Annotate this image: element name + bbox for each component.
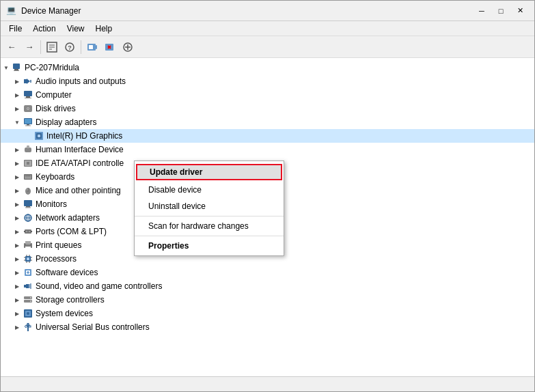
svg-rect-22 (26, 96, 30, 98)
window-icon: 💻 (6, 5, 17, 16)
svg-point-57 (26, 231, 27, 232)
tree-display[interactable]: ▼ Display adapters (1, 115, 534, 129)
print-label: Print queues (36, 240, 81, 250)
window-title: Device Manager (21, 6, 81, 16)
svg-rect-42 (25, 176, 27, 176)
ctx-sep2 (135, 236, 284, 236)
svg-rect-93 (29, 326, 31, 327)
monitors-expander[interactable]: ▶ (12, 197, 23, 211)
svg-rect-21 (24, 91, 32, 96)
tree-computer[interactable]: ▶ Computer (1, 88, 534, 102)
tree-root[interactable]: ▼ PC-207Mridula (1, 61, 534, 74)
toolbar-add-btn[interactable] (120, 39, 136, 55)
audio-icon (23, 76, 33, 87)
svg-rect-66 (27, 257, 29, 260)
svg-rect-23 (25, 98, 31, 98)
tree-hid[interactable]: ▶ Human Interface Device (1, 143, 534, 156)
tree-disk[interactable]: ▶ Disk drives (1, 102, 534, 115)
toolbar-help-btn[interactable]: ? (61, 39, 78, 55)
ctx-scan-label: Scan for hardware changes (148, 221, 249, 231)
print-icon (23, 240, 33, 251)
disk-expander[interactable]: ▶ (12, 102, 23, 115)
device-manager-window: 💻 Device Manager ─ □ ✕ File Action View … (0, 0, 535, 392)
processors-label: Processors (36, 254, 77, 264)
root-label: PC-207Mridula (25, 63, 79, 72)
ctx-disable-device[interactable]: Disable device (135, 182, 284, 198)
close-button[interactable]: ✕ (511, 4, 529, 18)
toolbar-uninstall-btn[interactable] (102, 39, 118, 55)
ports-expander[interactable]: ▶ (12, 225, 23, 238)
processors-icon (23, 253, 33, 264)
toolbar-forward-btn[interactable]: → (21, 39, 38, 55)
root-expander[interactable]: ▼ (1, 61, 12, 74)
sound-label: Sound, video and game controllers (36, 281, 162, 291)
system-label: System devices (36, 309, 93, 318)
ctx-sep1 (135, 216, 284, 216)
svg-point-58 (29, 231, 30, 232)
svg-point-85 (30, 297, 31, 298)
ctx-properties[interactable]: Properties (135, 238, 284, 254)
ctx-scan-hardware[interactable]: Scan for hardware changes (135, 218, 284, 234)
hid-icon (23, 144, 33, 155)
intel-icon (33, 130, 44, 141)
ide-expander[interactable]: ▶ (12, 156, 23, 170)
svg-rect-8 (89, 45, 93, 49)
keyboards-expander[interactable]: ▶ (12, 170, 23, 184)
toolbar-back-btn[interactable]: ← (3, 39, 20, 55)
svg-marker-80 (26, 284, 29, 288)
monitors-label: Monitors (36, 199, 67, 209)
mice-expander[interactable]: ▶ (12, 184, 23, 197)
toolbar-properties-btn[interactable] (44, 39, 60, 55)
usb-expander[interactable]: ▶ (12, 320, 23, 334)
tree-intel[interactable]: ▶ Intel(R) HD Graphics (1, 129, 534, 143)
menu-action[interactable]: Action (27, 23, 61, 35)
svg-rect-51 (25, 208, 31, 208)
storage-expander[interactable]: ▶ (12, 293, 23, 307)
processors-expander[interactable]: ▶ (12, 252, 23, 266)
menu-file[interactable]: File (3, 23, 27, 35)
tree-usb[interactable]: ▶ Universal Serial Bus controllers (1, 320, 534, 334)
svg-text:?: ? (68, 44, 72, 51)
ctx-uninstall-device[interactable]: Uninstall device (135, 198, 284, 214)
display-expander[interactable]: ▼ (12, 115, 23, 129)
print-expander[interactable]: ▶ (12, 238, 23, 252)
sound-expander[interactable]: ▶ (12, 279, 23, 293)
monitors-icon (23, 199, 33, 210)
tree-sound[interactable]: ▶ Sound, video and game controllers (1, 279, 534, 293)
menu-view[interactable]: View (61, 23, 90, 35)
disk-label: Disk drives (36, 104, 76, 113)
disk-icon (23, 103, 33, 114)
svg-rect-41 (25, 175, 31, 179)
toolbar-scan-btn[interactable] (84, 39, 100, 55)
network-expander[interactable]: ▶ (12, 211, 23, 225)
ide-icon (23, 158, 33, 169)
svg-rect-44 (28, 176, 29, 176)
minimize-button[interactable]: ─ (473, 4, 491, 18)
tree-software[interactable]: ▶ Software devices (1, 266, 534, 279)
tree-audio[interactable]: ▶ Audio inputs and outputs (1, 74, 534, 88)
svg-rect-34 (25, 148, 31, 152)
svg-rect-29 (25, 126, 31, 126)
storage-label: Storage controllers (36, 295, 105, 305)
tree-storage[interactable]: ▶ Storage controllers (1, 293, 534, 307)
ctx-update-driver[interactable]: Update driver (136, 164, 282, 180)
svg-rect-17 (14, 70, 19, 71)
tree-system[interactable]: ▶ System devices (1, 307, 534, 320)
svg-rect-18 (24, 79, 27, 83)
computer-expander[interactable]: ▶ (12, 88, 23, 102)
usb-label: Universal Serial Bus controllers (36, 322, 150, 332)
menu-help[interactable]: Help (90, 23, 118, 35)
software-expander[interactable]: ▶ (12, 266, 23, 279)
svg-rect-79 (24, 285, 26, 288)
svg-rect-45 (29, 176, 31, 176)
title-bar-left: 💻 Device Manager (6, 5, 81, 16)
svg-point-26 (27, 108, 29, 109)
maximize-button[interactable]: □ (492, 4, 510, 18)
svg-rect-16 (14, 69, 18, 70)
hid-expander[interactable]: ▶ (12, 143, 23, 156)
svg-rect-37 (25, 160, 31, 166)
system-expander[interactable]: ▶ (12, 307, 23, 320)
audio-expander[interactable]: ▶ (12, 74, 23, 88)
software-icon (23, 267, 33, 278)
software-label: Software devices (36, 268, 98, 277)
